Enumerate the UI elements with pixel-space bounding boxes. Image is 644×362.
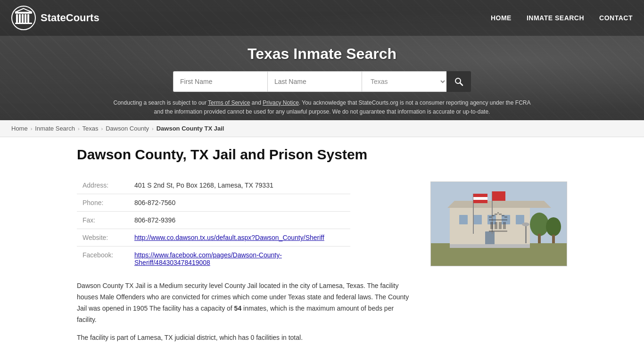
svg-rect-24 <box>473 197 487 200</box>
nav-item-contact[interactable]: CONTACT <box>599 14 633 22</box>
address-value: 401 S 2nd St, Po Box 1268, Lamesa, TX 79… <box>129 177 350 194</box>
svg-marker-8 <box>15 8 32 12</box>
info-table: Address: 401 S 2nd St, Po Box 1268, Lame… <box>77 177 350 271</box>
terms-link[interactable]: Terms of Service <box>208 99 250 106</box>
svg-line-10 <box>460 83 462 85</box>
table-row-address: Address: 401 S 2nd St, Po Box 1268, Lame… <box>77 177 350 194</box>
search-bar: Select State AlabamaAlaskaArizona Arkans… <box>9 71 635 92</box>
svg-point-30 <box>546 217 561 236</box>
svg-rect-2 <box>19 14 21 23</box>
logo-link[interactable]: StateCourts <box>11 6 99 30</box>
header: StateCourts HOME INMATE SEARCH CONTACT T… <box>0 0 644 120</box>
search-icon <box>454 77 463 86</box>
breadcrumb-sep-2: › <box>78 126 80 132</box>
breadcrumb-texas[interactable]: Texas <box>83 125 99 132</box>
capacity-value: 54 <box>234 304 242 312</box>
breadcrumb-sep-1: › <box>31 126 33 132</box>
table-row-website: Website: http://www.co.dawson.tx.us/defa… <box>77 229 350 247</box>
facility-image-box <box>430 181 567 343</box>
phone-label: Phone: <box>77 194 129 212</box>
hero-section: Texas Inmate Search Select State Alabama… <box>0 36 644 120</box>
facebook-link[interactable]: https://www.facebook.com/pages/Dawson-Co… <box>134 251 282 266</box>
svg-rect-5 <box>27 14 29 23</box>
first-name-input[interactable] <box>173 71 267 92</box>
nav-link-home[interactable]: HOME <box>491 14 512 22</box>
table-row-fax: Fax: 806-872-9396 <box>77 212 350 229</box>
facility-image <box>430 181 567 266</box>
fax-label: Fax: <box>77 212 129 229</box>
svg-rect-1 <box>16 14 18 23</box>
table-row-facebook: Facebook: https://www.facebook.com/pages… <box>77 247 350 272</box>
search-button[interactable] <box>446 71 471 92</box>
content-left: Address: 401 S 2nd St, Po Box 1268, Lame… <box>77 177 412 343</box>
svg-rect-17 <box>502 215 510 224</box>
svg-rect-18 <box>516 215 524 224</box>
nav-link-contact[interactable]: CONTACT <box>599 14 633 22</box>
breadcrumb: Home › Inmate Search › Texas › Dawson Co… <box>0 120 644 137</box>
svg-rect-15 <box>473 215 482 224</box>
svg-rect-19 <box>485 231 495 246</box>
facebook-value: https://www.facebook.com/pages/Dawson-Co… <box>129 247 350 272</box>
breadcrumb-home[interactable]: Home <box>11 125 28 132</box>
breadcrumb-dawson-county[interactable]: Dawson County <box>106 125 149 132</box>
table-row-phone: Phone: 806-872-7560 <box>77 194 350 212</box>
website-link[interactable]: http://www.co.dawson.tx.us/default.aspx?… <box>134 234 324 241</box>
nav-links: HOME INMATE SEARCH CONTACT <box>491 14 633 22</box>
svg-rect-29 <box>538 234 541 243</box>
svg-rect-6 <box>15 23 32 24</box>
svg-rect-14 <box>459 215 468 224</box>
svg-rect-27 <box>492 191 505 201</box>
svg-rect-4 <box>25 14 26 23</box>
svg-rect-23 <box>473 194 487 197</box>
breadcrumb-current: Dawson County TX Jail <box>157 125 224 132</box>
breadcrumb-sep-3: › <box>101 126 103 132</box>
svg-rect-25 <box>473 200 487 203</box>
website-label: Website: <box>77 229 129 247</box>
nav-item-inmate-search[interactable]: INMATE SEARCH <box>527 14 584 22</box>
facility-scene-svg <box>431 182 567 266</box>
privacy-link[interactable]: Privacy Notice <box>263 99 299 106</box>
last-name-input[interactable] <box>267 71 362 92</box>
description-paragraph-1: Dawson County TX Jail is a Medium securi… <box>77 280 412 325</box>
breadcrumb-inmate-search[interactable]: Inmate Search <box>35 125 75 132</box>
nav-item-home[interactable]: HOME <box>491 14 512 22</box>
svg-marker-20 <box>447 201 551 208</box>
website-value: http://www.co.dawson.tx.us/default.aspx?… <box>129 229 350 247</box>
svg-rect-16 <box>487 215 496 224</box>
svg-rect-34 <box>450 244 530 248</box>
breadcrumb-sep-4: › <box>152 126 154 132</box>
disclaimer: Conducting a search is subject to our Te… <box>110 99 534 116</box>
fax-value: 806-872-9396 <box>129 212 350 229</box>
logo-icon <box>11 6 36 30</box>
svg-rect-31 <box>552 235 555 243</box>
facebook-label: Facebook: <box>77 247 129 272</box>
phone-value: 806-872-7560 <box>129 194 350 212</box>
main-content: Dawson County, TX Jail and Prison System… <box>39 137 605 362</box>
svg-rect-32 <box>525 224 527 243</box>
description-paragraph-2: The facility is part of Lamesa, TX judic… <box>77 332 412 344</box>
svg-point-33 <box>522 222 529 226</box>
page-title: Dawson County, TX Jail and Prison System <box>77 147 567 163</box>
nav-bar: StateCourts HOME INMATE SEARCH CONTACT <box>0 0 644 36</box>
address-label: Address: <box>77 177 129 194</box>
nav-link-inmate-search[interactable]: INMATE SEARCH <box>527 14 584 22</box>
content-layout: Address: 401 S 2nd St, Po Box 1268, Lame… <box>77 177 567 343</box>
svg-rect-3 <box>22 14 24 23</box>
state-select[interactable]: Select State AlabamaAlaskaArizona Arkans… <box>362 71 446 92</box>
logo-text: StateCourts <box>41 12 99 24</box>
hero-title: Texas Inmate Search <box>9 45 635 63</box>
svg-point-28 <box>530 213 549 236</box>
